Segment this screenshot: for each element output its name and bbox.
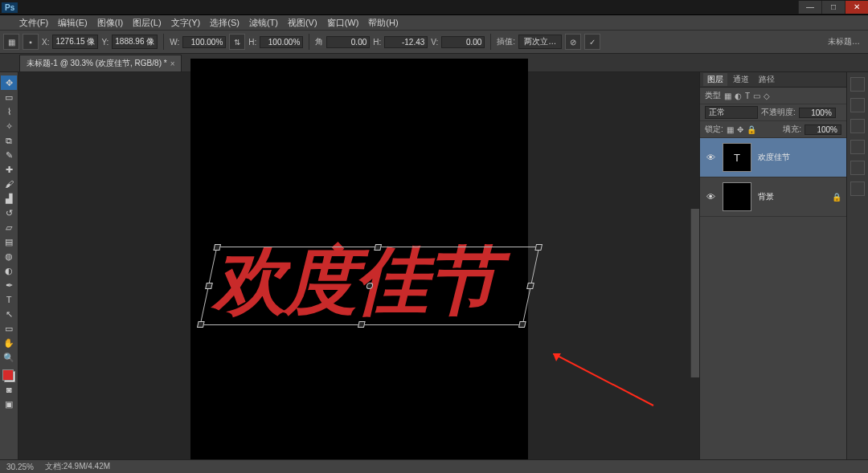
marquee-tool[interactable]: ▭ bbox=[1, 90, 17, 104]
menu-file[interactable]: 文件(F) bbox=[14, 15, 53, 31]
panel-icon[interactable] bbox=[850, 98, 865, 112]
w-field[interactable]: 100.00% bbox=[182, 36, 226, 48]
x-field[interactable]: 1276.15 像 bbox=[52, 35, 98, 49]
panel-icon[interactable] bbox=[850, 181, 865, 196]
hand-tool[interactable]: ✋ bbox=[1, 336, 17, 350]
panel-icon[interactable] bbox=[850, 161, 865, 175]
minimize-button[interactable]: — bbox=[798, 1, 821, 14]
foreground-color[interactable] bbox=[2, 369, 14, 381]
zoom-tool[interactable]: 🔍 bbox=[1, 350, 17, 365]
angle-field[interactable]: 0.00 bbox=[326, 36, 370, 48]
tab-paths[interactable]: 路径 bbox=[755, 73, 779, 86]
menu-filter[interactable]: 滤镜(T) bbox=[244, 15, 283, 31]
pen-tool[interactable]: ✒ bbox=[1, 278, 17, 292]
filter-type-label: 类型 bbox=[705, 90, 721, 101]
shape-tool[interactable]: ▭ bbox=[1, 321, 17, 336]
blend-mode-dropdown[interactable]: 正常 bbox=[705, 106, 758, 119]
document-tab[interactable]: 未标题-1 @ 30.3% (欢度佳节, RGB/8) * × bbox=[19, 55, 182, 71]
handle-top-mid[interactable] bbox=[374, 244, 382, 251]
handle-mid-left[interactable] bbox=[205, 283, 213, 289]
canvas-area[interactable]: 欢度佳节 bbox=[18, 72, 699, 473]
fill-field[interactable]: 100% bbox=[805, 124, 841, 135]
filter-adjust-icon[interactable]: ◐ bbox=[735, 92, 742, 100]
gradient-tool[interactable]: ▤ bbox=[1, 234, 17, 249]
screenmode-tool[interactable]: ▣ bbox=[1, 397, 17, 411]
handle-top-right[interactable] bbox=[534, 244, 542, 251]
type-tool[interactable]: T bbox=[1, 292, 17, 307]
interp-dropdown[interactable]: 两次立… bbox=[518, 35, 562, 49]
vertical-scrollbar[interactable] bbox=[690, 209, 699, 377]
color-swatch[interactable] bbox=[2, 369, 15, 382]
layer-thumbnail[interactable] bbox=[723, 182, 751, 211]
menu-image[interactable]: 图像(I) bbox=[92, 15, 128, 31]
menu-help[interactable]: 帮助(H) bbox=[363, 15, 403, 31]
panel-icon[interactable] bbox=[850, 119, 865, 133]
lasso-tool[interactable]: ⌇ bbox=[1, 104, 17, 119]
transform-icon[interactable]: ▦ bbox=[3, 34, 19, 50]
tab-channels[interactable]: 通道 bbox=[729, 73, 753, 86]
eyedropper-tool[interactable]: ✎ bbox=[1, 148, 17, 162]
menu-layer[interactable]: 图层(L) bbox=[128, 15, 166, 31]
separator bbox=[490, 34, 491, 50]
close-button[interactable]: ✕ bbox=[845, 1, 868, 14]
heal-tool[interactable]: ✚ bbox=[1, 162, 17, 177]
brush-tool[interactable]: 🖌 bbox=[1, 177, 17, 191]
layer-thumbnail[interactable]: T bbox=[723, 143, 751, 172]
handle-top-left[interactable] bbox=[213, 244, 221, 251]
filter-smart-icon[interactable]: ◇ bbox=[764, 92, 770, 100]
h-field[interactable]: 100.00% bbox=[260, 36, 303, 48]
reference-point-icon[interactable]: ▪ bbox=[23, 34, 39, 50]
visibility-icon[interactable]: 👁 bbox=[705, 153, 716, 162]
menu-window[interactable]: 窗口(W) bbox=[322, 15, 364, 31]
quickmask-tool[interactable]: ◙ bbox=[1, 382, 17, 397]
close-tab-icon[interactable]: × bbox=[170, 59, 175, 68]
commit-transform-icon[interactable]: ✓ bbox=[584, 34, 600, 50]
menu-type[interactable]: 文字(Y) bbox=[166, 15, 206, 31]
panel-icon[interactable] bbox=[850, 140, 865, 154]
handle-mid-right[interactable] bbox=[526, 283, 534, 289]
eraser-tool[interactable]: ▱ bbox=[1, 220, 17, 234]
layer-row[interactable]: 👁 T 欢度佳节 bbox=[700, 138, 846, 177]
link-icon[interactable]: ⇅ bbox=[229, 34, 245, 50]
move-tool[interactable]: ✥ bbox=[1, 75, 17, 90]
lock-pixels-icon[interactable]: ▦ bbox=[727, 125, 734, 134]
crop-tool[interactable]: ⧉ bbox=[1, 133, 17, 148]
layer-name[interactable]: 欢度佳节 bbox=[758, 152, 841, 163]
skewh-field[interactable]: -12.43 bbox=[384, 36, 428, 48]
handle-center[interactable] bbox=[366, 283, 374, 289]
layer-name[interactable]: 背景 bbox=[758, 191, 825, 202]
handle-bot-right[interactable] bbox=[518, 321, 526, 328]
zoom-level[interactable]: 30.25% bbox=[6, 463, 34, 471]
wand-tool[interactable]: ✧ bbox=[1, 119, 17, 133]
lock-row: 锁定: ▦ ✥ 🔒 填充: 100% bbox=[700, 121, 846, 138]
cancel-transform-icon[interactable]: ⊘ bbox=[565, 34, 581, 50]
menu-view[interactable]: 视图(V) bbox=[283, 15, 322, 31]
menu-edit[interactable]: 编辑(E) bbox=[53, 15, 92, 31]
lock-position-icon[interactable]: ✥ bbox=[737, 125, 743, 134]
document-canvas[interactable]: 欢度佳节 bbox=[190, 59, 528, 474]
filter-pixel-icon[interactable]: ▦ bbox=[724, 92, 731, 100]
y-field[interactable]: 1888.96 像 bbox=[112, 35, 158, 49]
filter-shape-icon[interactable]: ▭ bbox=[753, 92, 760, 100]
tab-layers[interactable]: 图层 bbox=[703, 73, 727, 86]
visibility-icon[interactable]: 👁 bbox=[705, 192, 716, 202]
maximize-button[interactable]: □ bbox=[821, 1, 845, 14]
stamp-tool[interactable]: ▟ bbox=[1, 191, 17, 206]
layer-row[interactable]: 👁 背景 🔒 bbox=[700, 177, 846, 217]
menu-select[interactable]: 选择(S) bbox=[205, 15, 244, 31]
path-tool[interactable]: ↖ bbox=[1, 307, 17, 321]
free-transform-bounds[interactable] bbox=[200, 247, 538, 324]
filter-type-icon[interactable]: T bbox=[745, 92, 750, 100]
panel-icon[interactable] bbox=[850, 77, 865, 92]
handle-bot-left[interactable] bbox=[196, 321, 204, 328]
status-bar: 30.25% 文档:24.9M/4.42M bbox=[0, 459, 868, 473]
lock-all-icon[interactable]: 🔒 bbox=[747, 125, 756, 134]
opacity-field[interactable]: 100% bbox=[799, 108, 836, 118]
x-label: X: bbox=[42, 38, 49, 47]
w-label: W: bbox=[170, 38, 179, 47]
blur-tool[interactable]: ◍ bbox=[1, 249, 17, 263]
skewv-field[interactable]: 0.00 bbox=[441, 36, 485, 48]
history-brush-tool[interactable]: ↺ bbox=[1, 206, 17, 220]
handle-bot-mid[interactable] bbox=[357, 321, 365, 328]
dodge-tool[interactable]: ◐ bbox=[1, 263, 17, 278]
